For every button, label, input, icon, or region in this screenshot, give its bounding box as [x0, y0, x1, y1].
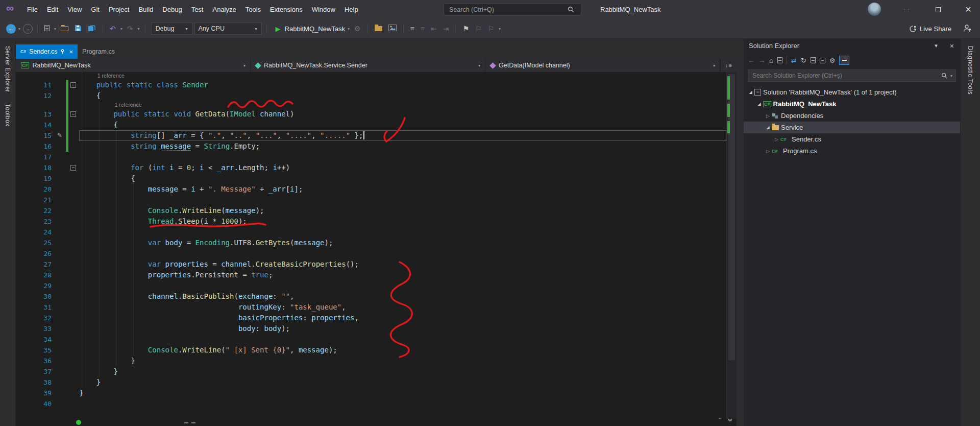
fold-collapse-icon[interactable]	[70, 165, 76, 171]
code-line-26[interactable]: 26	[16, 248, 726, 259]
collapsed-arrow-icon[interactable]: ▷	[773, 137, 780, 142]
sidebar-tab-server-explorer[interactable]: Server Explorer	[4, 46, 11, 92]
code-line-13[interactable]: 13 public static void GetData(IModel cha…	[16, 109, 726, 120]
breadcrumb-type-dropdown[interactable]: RabbitMQ_NewTask.Service.Sender ▾	[251, 59, 485, 72]
code-text[interactable]: var properties = channel.CreateBasicProp…	[79, 259, 726, 270]
code-text[interactable]: string message = String.Empty;	[79, 141, 726, 152]
window-position-chevron-icon[interactable]: ▾	[932, 42, 941, 49]
solution-configuration-dropdown[interactable]: Debug▾	[152, 22, 192, 35]
tree-item-service[interactable]: ◢Service	[744, 122, 960, 133]
menu-item-tools[interactable]: Tools	[241, 0, 265, 19]
tree-item-rabbitmq-newtask[interactable]: ◢C#RabbitMQ_NewTask	[744, 98, 960, 110]
code-line-16[interactable]: 16 string message = String.Empty;	[16, 141, 726, 152]
code-line-39[interactable]: 39}	[16, 388, 726, 398]
menu-item-file[interactable]: File	[22, 0, 42, 19]
code-line-27[interactable]: 27 var properties = channel.CreateBasicP…	[16, 259, 726, 270]
redo-icon[interactable]: ↷	[125, 25, 135, 33]
code-text[interactable]: {	[79, 120, 726, 130]
code-text[interactable]: basicProperties: properties,	[79, 313, 726, 323]
run-target-dropdown-icon[interactable]: ▾	[347, 27, 350, 31]
next-bookmark-icon[interactable]: ⚐	[486, 25, 497, 33]
code-line-19[interactable]: 19 {	[16, 173, 726, 184]
menu-item-git[interactable]: Git	[86, 0, 104, 19]
switch-views-icon[interactable]	[777, 57, 782, 63]
user-avatar[interactable]	[868, 3, 881, 16]
menu-item-project[interactable]: Project	[104, 0, 134, 19]
code-text[interactable]	[79, 152, 726, 162]
close-icon[interactable]: ×	[947, 42, 957, 50]
code-text[interactable]: message = i + ". Message" + _arr[i];	[79, 184, 726, 195]
code-line-32[interactable]: 32 basicProperties: properties,	[16, 313, 726, 323]
pin-icon[interactable]	[60, 49, 65, 54]
search-input[interactable]	[444, 3, 581, 16]
maximize-button[interactable]	[925, 0, 951, 19]
code-line-22[interactable]: 22 Console.WriteLine(message);	[16, 205, 726, 216]
new-item-folder-icon[interactable]	[373, 25, 384, 33]
code-line-37[interactable]: 37 }	[16, 366, 726, 377]
code-line-33[interactable]: 33 body: body);	[16, 323, 726, 334]
editor-split-toggle-icon[interactable]: ↕≡	[720, 59, 737, 72]
menu-item-debug[interactable]: Debug	[158, 0, 186, 19]
code-text[interactable]: {	[79, 173, 726, 184]
tree-item-program-cs[interactable]: ▷C#Program.cs	[744, 145, 960, 157]
run-target-label[interactable]: RabbitMQ_NewTask	[285, 25, 346, 33]
code-line-25[interactable]: 25 var body = Encoding.UTF8.GetBytes(mes…	[16, 238, 726, 248]
code-line-30[interactable]: 30 channel.BasicPublish(exchange: "",	[16, 291, 726, 302]
menu-item-edit[interactable]: Edit	[42, 0, 63, 19]
code-text[interactable]: Console.WriteLine(" [x] Sent {0}", messa…	[79, 345, 726, 356]
open-folder-icon[interactable]	[59, 25, 70, 33]
navigate-forward-icon[interactable]: →	[23, 24, 33, 34]
code-text[interactable]: public static class Sender	[79, 80, 726, 90]
code-text[interactable]: for (int i = 0; i < _arr.Length; i++)	[79, 162, 726, 173]
sidebar-tab-diagnostic-tools[interactable]: Diagnostic Tools	[967, 46, 974, 94]
menu-item-extensions[interactable]: Extensions	[265, 0, 307, 19]
code-line-21[interactable]: 21	[16, 195, 726, 205]
code-text[interactable]	[79, 334, 726, 345]
tree-item-sender-cs[interactable]: ▷C#Sender.cs	[744, 133, 960, 145]
fold-collapse-icon[interactable]	[70, 82, 76, 88]
code-text[interactable]	[79, 227, 726, 238]
live-share-button[interactable]: Live Share	[909, 19, 951, 39]
vertical-scrollbar[interactable]	[726, 72, 737, 419]
expanded-arrow-icon[interactable]: ◢	[764, 125, 772, 130]
new-file-dropdown-icon[interactable]: ▾	[54, 27, 57, 31]
expanded-arrow-icon[interactable]: ◢	[755, 102, 763, 106]
previous-bookmark-icon[interactable]: ⚐	[473, 25, 484, 33]
solution-explorer-search[interactable]: Search Solution Explorer (Ctrl+ş) ▾	[748, 69, 956, 82]
code-text[interactable]: Thread.Sleep(i * 1000);	[79, 216, 726, 227]
forward-icon[interactable]: →	[758, 57, 765, 64]
minimize-button[interactable]: ─	[894, 0, 919, 19]
search-options-chevron-icon[interactable]: ▾	[950, 74, 952, 78]
code-line-40[interactable]: 40	[16, 398, 726, 409]
code-line-14[interactable]: 14 {	[16, 120, 726, 130]
code-text[interactable]: }	[79, 366, 726, 377]
hot-reload-icon[interactable]: ⚙	[352, 25, 363, 33]
code-text[interactable]: {	[79, 90, 726, 101]
code-line-34[interactable]: 34	[16, 334, 726, 345]
close-icon[interactable]: ×	[69, 48, 73, 56]
code-text[interactable]: properties.Persistent = true;	[79, 270, 726, 280]
indent-decrease-icon[interactable]: ⇤	[429, 25, 439, 33]
menu-item-analyze[interactable]: Analyze	[208, 0, 240, 19]
back-icon[interactable]: ←	[748, 57, 754, 64]
sidebar-tab-toolbox[interactable]: Toolbox	[4, 104, 11, 127]
code-text[interactable]: body: body);	[79, 323, 726, 334]
show-lines-icon[interactable]: ≡	[408, 25, 416, 33]
panel-splitter[interactable]	[737, 39, 744, 426]
code-text[interactable]: }	[79, 377, 726, 388]
code-line-20[interactable]: 20 message = i + ". Message" + _arr[i];	[16, 184, 726, 195]
undo-icon[interactable]: ↶	[108, 25, 118, 33]
bookmark-icon[interactable]: ⚑	[460, 25, 471, 33]
code-area[interactable]: 1 reference11 public static class Sender…	[16, 72, 726, 419]
code-text[interactable]	[79, 280, 726, 291]
code-text[interactable]: }	[79, 388, 726, 398]
tree-item-solution-rabbitmq-newtask-1-of-1-project[interactable]: ◢∞Solution 'RabbitMQ_NewTask' (1 of 1 pr…	[744, 86, 960, 98]
menu-item-test[interactable]: Test	[187, 0, 208, 19]
search-icon[interactable]	[568, 6, 574, 13]
toolbar-options-dropdown-icon[interactable]: ▾	[498, 27, 501, 31]
codelens-references[interactable]: 1 reference	[16, 101, 726, 109]
undo-dropdown-icon[interactable]: ▾	[120, 27, 123, 31]
code-line-38[interactable]: 38 }	[16, 377, 726, 388]
nest-files-icon[interactable]	[811, 57, 816, 63]
menu-item-view[interactable]: View	[63, 0, 86, 19]
